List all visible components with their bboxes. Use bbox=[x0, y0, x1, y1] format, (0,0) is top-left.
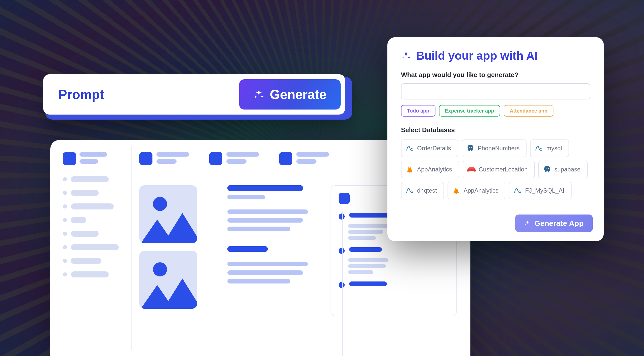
mock-logo bbox=[63, 152, 76, 165]
database-option-label: AppAnalytics bbox=[417, 166, 452, 173]
mysql-icon bbox=[406, 144, 414, 153]
database-option[interactable]: PhoneNumbers bbox=[462, 139, 527, 157]
mock-nav-item bbox=[63, 258, 125, 264]
mock-logo-text bbox=[79, 152, 107, 164]
generate-button[interactable]: Generate bbox=[239, 79, 341, 110]
mock-nav-item bbox=[63, 231, 125, 237]
database-option-label: OrderDetails bbox=[417, 145, 451, 152]
firebase-icon bbox=[452, 186, 461, 195]
database-option-label: AppAnalytics bbox=[464, 187, 499, 194]
modal-question: What app would you like to generate? bbox=[401, 71, 590, 79]
generate-app-button-label: Generate App bbox=[534, 219, 584, 228]
ai-builder-modal: Build your app with AI What app would yo… bbox=[387, 37, 604, 241]
prompt-bar-shadow: Prompt Generate bbox=[45, 77, 352, 120]
database-grid: OrderDetailsPhoneNumbersmysqlAppAnalytic… bbox=[401, 139, 590, 199]
svg-rect-5 bbox=[469, 167, 474, 170]
mock-nav-item bbox=[63, 271, 125, 277]
mock-sidebar bbox=[56, 146, 132, 350]
svg-rect-4 bbox=[474, 169, 475, 172]
mock-task bbox=[339, 281, 449, 289]
mock-text-column bbox=[227, 185, 318, 316]
svg-point-6 bbox=[546, 168, 546, 169]
svg-point-7 bbox=[548, 168, 548, 169]
database-option-label: dhqtest bbox=[417, 187, 437, 194]
select-databases-heading: Select Databases bbox=[401, 126, 590, 134]
mysql-icon bbox=[535, 144, 543, 153]
mock-image-placeholder bbox=[139, 185, 197, 243]
mock-nav-item bbox=[63, 203, 125, 209]
couch-icon bbox=[467, 165, 476, 174]
prompt-label: Prompt bbox=[58, 87, 104, 102]
database-option-label: FJ_MySQL_AI bbox=[525, 187, 564, 194]
mock-task bbox=[339, 247, 449, 255]
database-option[interactable]: mysql bbox=[530, 139, 569, 157]
postgres-icon bbox=[543, 165, 551, 174]
database-option[interactable]: FJ_MySQL_AI bbox=[509, 182, 571, 199]
suggestion-chip[interactable]: Attendance app bbox=[504, 105, 553, 117]
mysql-icon bbox=[406, 186, 414, 195]
svg-point-0 bbox=[469, 147, 470, 148]
sparkle-icon bbox=[524, 220, 531, 227]
database-option-label: CustomerLocation bbox=[479, 166, 528, 173]
mock-stat-card bbox=[209, 152, 259, 165]
mysql-icon bbox=[513, 186, 522, 195]
sparkle-icon bbox=[401, 51, 411, 61]
mock-nav-item bbox=[63, 176, 125, 182]
mock-nav-item bbox=[63, 190, 125, 196]
firebase-icon bbox=[406, 165, 414, 174]
mock-tasks-icon bbox=[339, 193, 350, 204]
database-option[interactable]: supabase bbox=[538, 161, 588, 178]
mock-nav-item bbox=[63, 244, 125, 250]
mock-nav-item bbox=[63, 217, 125, 223]
suggestion-chip[interactable]: Expense tracker app bbox=[439, 105, 500, 117]
prompt-bar: Prompt Generate bbox=[43, 74, 345, 115]
mock-image-column bbox=[139, 185, 215, 316]
app-description-input[interactable] bbox=[401, 83, 590, 99]
modal-title: Build your app with AI bbox=[401, 49, 590, 62]
mock-image-placeholder bbox=[139, 251, 197, 309]
modal-title-text: Build your app with AI bbox=[416, 49, 538, 62]
database-option-label: PhoneNumbers bbox=[478, 145, 520, 152]
svg-point-1 bbox=[471, 147, 472, 148]
mock-stat-card bbox=[279, 152, 329, 165]
postgres-icon bbox=[466, 144, 475, 153]
generate-app-button[interactable]: Generate App bbox=[515, 215, 593, 232]
database-option[interactable]: dhqtest bbox=[401, 182, 444, 199]
database-option-label: supabase bbox=[554, 166, 581, 173]
svg-rect-3 bbox=[467, 169, 469, 172]
database-option[interactable]: OrderDetails bbox=[401, 139, 458, 157]
database-option[interactable]: CustomerLocation bbox=[463, 161, 535, 178]
suggestion-chip[interactable]: Todo app bbox=[401, 105, 435, 117]
suggestion-chip-row: Todo appExpense tracker appAttendance ap… bbox=[401, 105, 590, 117]
database-option[interactable]: AppAnalytics bbox=[448, 182, 506, 199]
mock-stat-card bbox=[139, 152, 189, 165]
database-option-label: mysql bbox=[546, 145, 562, 152]
generate-button-label: Generate bbox=[270, 87, 327, 102]
sparkle-icon bbox=[253, 89, 264, 100]
database-option[interactable]: AppAnalytics bbox=[401, 161, 459, 178]
